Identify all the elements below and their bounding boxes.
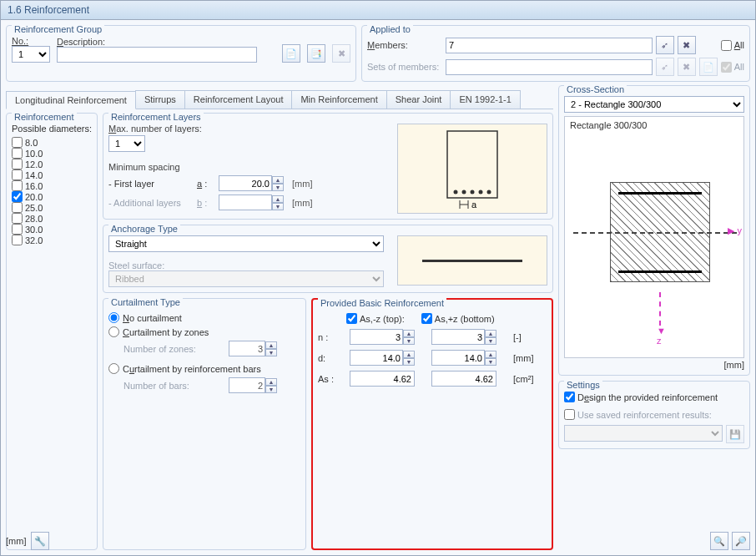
svg-text:a: a — [471, 200, 477, 210]
zoom-in-icon[interactable]: 🔍 — [710, 532, 728, 550]
anchorage-diagram — [397, 235, 547, 286]
tab-en1992[interactable]: EN 1992-1-1 — [450, 90, 520, 109]
diameter-8.0[interactable]: 8.0 — [12, 137, 92, 148]
diameter-28.0[interactable]: 28.0 — [12, 213, 92, 224]
group-cross-section-title: Cross-Section — [564, 84, 627, 94]
radio-no-curtailment[interactable]: No curtailment — [108, 312, 300, 323]
num-zones-input — [229, 341, 265, 356]
members-input[interactable] — [446, 38, 653, 53]
first-layer-input[interactable] — [219, 175, 272, 191]
group-settings-title: Settings — [564, 380, 602, 390]
radio-curtail-bars[interactable]: Curtailment by reinforcement bars — [108, 363, 300, 374]
anchorage-select[interactable]: Straight — [108, 235, 384, 252]
diameter-32.0[interactable]: 32.0 — [12, 235, 92, 245]
possible-diameters-label: Possible diameters: — [12, 124, 92, 134]
axis-z-label: ▼z — [657, 326, 666, 346]
tab-stirrups[interactable]: Stirrups — [135, 90, 185, 109]
num-zones-label: Number of zones: — [123, 344, 224, 354]
no-select[interactable]: 1 — [12, 46, 50, 63]
design-provided-checkbox[interactable]: Design the provided reinforcement — [564, 392, 718, 402]
cross-section-select[interactable]: 2 - Rectangle 300/300 — [564, 96, 744, 113]
steel-surface-select: Ribbed — [108, 270, 384, 287]
svg-point-1 — [454, 190, 458, 195]
group-reinforcement-group-title: Reinforcement Group — [12, 24, 104, 34]
sets-label: Sets of members: — [367, 62, 442, 72]
mm-unit: [mm] — [292, 179, 312, 189]
axis-y-label: ▶ y — [728, 225, 742, 236]
d-top-input[interactable] — [350, 350, 403, 366]
group-anchorage-title: Anchorage Type — [108, 224, 180, 234]
group-provided-title: Provided Basic Reinforcement — [318, 298, 446, 308]
saved-results-select — [564, 425, 723, 442]
all-members-checkbox[interactable]: All — [721, 40, 744, 51]
group-layers-title: Reinforcement Layers — [108, 112, 204, 122]
as-bottom-output — [431, 371, 496, 387]
bottom-mm-unit: [mm] — [6, 536, 26, 546]
tab-longitudinal[interactable]: Longitudinal Reinforcement — [6, 91, 136, 109]
max-layers-select[interactable]: 1 — [108, 135, 145, 152]
n-bottom-input[interactable] — [431, 329, 485, 345]
n-label: n : — [318, 332, 343, 342]
use-saved-checkbox[interactable]: Use saved reinforcement results: — [564, 409, 712, 420]
remove-sets-icon: ✖ — [678, 58, 696, 76]
description-input[interactable] — [57, 47, 257, 63]
diameter-25.0[interactable]: 25.0 — [12, 202, 92, 213]
no-label: No.: — [12, 36, 50, 46]
diameter-10.0[interactable]: 10.0 — [12, 148, 92, 159]
additional-input — [219, 195, 272, 210]
new-set-icon: 📄 — [699, 58, 718, 76]
svg-point-3 — [471, 190, 475, 195]
zoom-out-icon[interactable]: 🔎 — [732, 532, 750, 550]
all-sets-checkbox: All — [721, 62, 744, 73]
as-label: As : — [318, 374, 343, 384]
group-curtailment-title: Curtailment Type — [108, 297, 183, 307]
cross-section-diagram: Rectangle 300/300 ▶ y ▼z — [564, 116, 744, 358]
as-top-output — [350, 371, 415, 387]
copy-icon[interactable]: 📑 — [307, 44, 325, 63]
tab-layout[interactable]: Reinforcement Layout — [184, 90, 293, 109]
steel-surface-label: Steel surface: — [108, 260, 384, 270]
svg-point-5 — [487, 190, 491, 195]
num-bars-input — [229, 377, 265, 393]
description-label: Description: — [57, 37, 275, 47]
diameter-20.0[interactable]: 20.0 — [12, 191, 92, 202]
delete-icon: ✖ — [332, 44, 350, 63]
svg-point-2 — [462, 190, 466, 195]
diameter-14.0[interactable]: 14.0 — [12, 169, 92, 180]
remove-members-icon[interactable]: ✖ — [678, 36, 696, 54]
d-bottom-input[interactable] — [431, 350, 485, 366]
group-applied-to-title: Applied to — [367, 24, 413, 34]
first-layer-label: - First layer — [108, 179, 192, 189]
spin-up-icon[interactable]: ▲ — [272, 176, 284, 184]
new-icon[interactable]: 📄 — [282, 44, 300, 63]
tab-shear[interactable]: Shear Joint — [386, 90, 451, 109]
max-layers-label: Max. number of layers: — [108, 124, 384, 134]
n-top-input[interactable] — [350, 329, 403, 345]
diameter-30.0[interactable]: 30.0 — [12, 224, 92, 235]
radio-curtail-zones[interactable]: Curtailment by zones — [108, 326, 300, 337]
group-reinforcement-title: Reinforcement — [12, 112, 77, 122]
as-top-checkbox[interactable]: As,-z (top): — [346, 313, 405, 324]
n-unit: [-] — [513, 332, 547, 342]
pick-icon[interactable]: ➶ — [656, 36, 674, 54]
as-bottom-checkbox[interactable]: As,+z (bottom) — [421, 313, 495, 324]
min-spacing-label: Minimum spacing — [108, 162, 384, 172]
layer-diagram: a — [397, 124, 547, 214]
cross-mm-unit: [mm] — [564, 360, 744, 370]
spin-down-icon[interactable]: ▼ — [272, 184, 284, 191]
d-unit: [mm] — [513, 353, 547, 363]
window-title: 1.6 Reinforcement — [1, 1, 755, 20]
svg-rect-0 — [447, 131, 497, 198]
settings-icon[interactable]: 🔧 — [31, 532, 49, 550]
d-label: d: — [318, 353, 343, 363]
tabs: Longitudinal Reinforcement Stirrups Rein… — [6, 90, 553, 109]
members-label: Members: — [367, 40, 442, 50]
cross-section-name: Rectangle 300/300 — [570, 120, 647, 130]
svg-point-4 — [479, 190, 483, 195]
diameter-16.0[interactable]: 16.0 — [12, 180, 92, 191]
diameter-12.0[interactable]: 12.0 — [12, 159, 92, 169]
pick-sets-icon: ➶ — [656, 58, 674, 76]
tab-min[interactable]: Min Reinforcement — [291, 90, 386, 109]
as-unit: [cm²] — [513, 374, 547, 384]
num-bars-label: Number of bars: — [123, 381, 224, 391]
